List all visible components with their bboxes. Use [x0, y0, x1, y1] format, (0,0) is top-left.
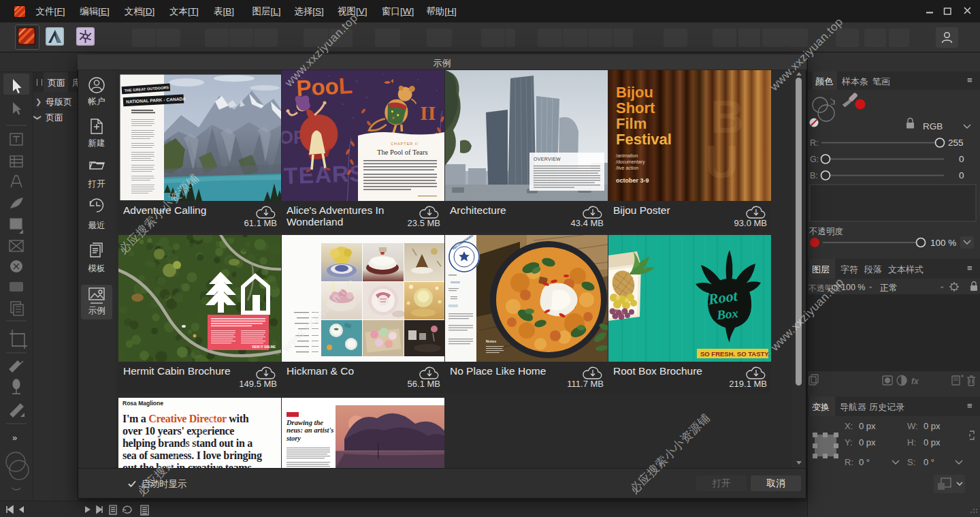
svg-text:H:: H:	[907, 437, 916, 448]
svg-text:october 3-9: october 3-9	[616, 177, 649, 184]
svg-text:fx: fx	[911, 377, 919, 386]
svg-text:Y:: Y:	[845, 437, 853, 448]
svg-text:0 °: 0 °	[859, 457, 870, 467]
svg-text:0 px: 0 px	[924, 421, 941, 431]
svg-text:»: »	[12, 433, 17, 443]
svg-text:story: story	[286, 435, 301, 442]
svg-text:0 px: 0 px	[924, 437, 941, 448]
svg-text:/animation: /animation	[616, 153, 638, 158]
svg-text:Film: Film	[616, 115, 647, 132]
svg-text:B: B	[710, 91, 744, 142]
svg-text:Festival: Festival	[616, 131, 672, 148]
svg-text:0 °: 0 °	[924, 457, 934, 467]
svg-text:0 px: 0 px	[859, 421, 876, 431]
svg-text:SO FRESH. SO TASTY.: SO FRESH. SO TASTY.	[700, 350, 770, 358]
svg-text:/live action: /live action	[616, 166, 638, 170]
svg-text:Box: Box	[715, 306, 739, 322]
svg-text:The Pool of Tears: The Pool of Tears	[377, 148, 428, 156]
svg-text:R:: R:	[810, 138, 819, 148]
svg-text:B:: B:	[810, 171, 818, 181]
svg-text:Notes: Notes	[486, 339, 496, 343]
svg-text:II: II	[420, 101, 436, 124]
svg-text:Short: Short	[616, 99, 655, 116]
svg-text:U: U	[705, 136, 738, 187]
svg-text:neus: an artist's: neus: an artist's	[287, 426, 333, 434]
svg-text:R:: R:	[845, 457, 853, 467]
svg-text:模板: 模板	[88, 264, 105, 273]
svg-text:100 %: 100 %	[930, 238, 956, 248]
svg-text:255: 255	[948, 138, 964, 148]
svg-text:CHAPTER II: CHAPTER II	[391, 142, 419, 146]
svg-text:最近: 最近	[88, 221, 105, 230]
svg-text:Bijou: Bijou	[616, 84, 653, 101]
svg-text:VIEW IT ONLINE: VIEW IT ONLINE	[252, 345, 276, 349]
svg-text:W:: W:	[907, 421, 918, 431]
svg-text:示例: 示例	[88, 306, 105, 315]
svg-text:S:: S:	[907, 457, 915, 467]
svg-text:0 px: 0 px	[859, 437, 876, 448]
svg-text:G:: G:	[810, 155, 819, 164]
svg-text:新建: 新建	[88, 138, 105, 148]
svg-text:X:: X:	[845, 421, 853, 431]
svg-text:帐户: 帐户	[88, 97, 105, 106]
svg-text:打开: 打开	[88, 179, 106, 189]
svg-text:0: 0	[959, 170, 964, 181]
svg-text:OVERVIEW: OVERVIEW	[534, 157, 561, 161]
svg-text:Drawing the: Drawing the	[286, 419, 323, 426]
svg-text:0: 0	[959, 154, 964, 164]
svg-text:/documentary: /documentary	[616, 159, 645, 165]
svg-text:RGB: RGB	[923, 121, 943, 131]
svg-text:不透明度: 不透明度	[808, 227, 843, 236]
